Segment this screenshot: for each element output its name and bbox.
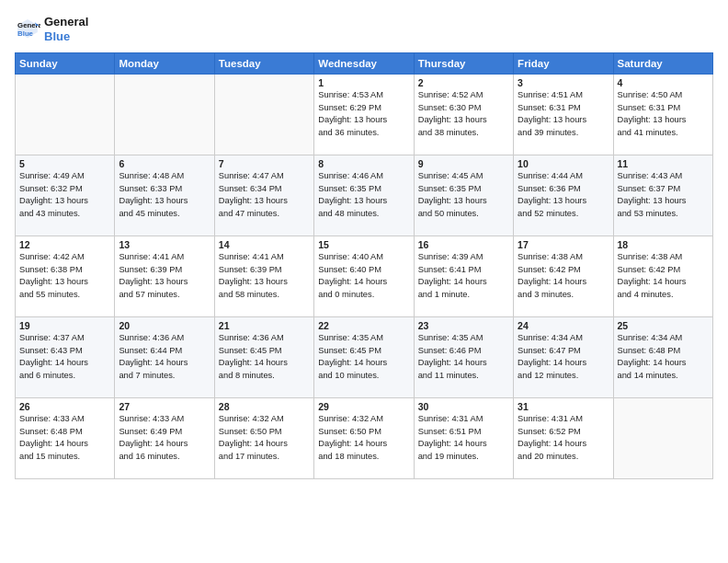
calendar-cell: 21Sunrise: 4:36 AM Sunset: 6:45 PM Dayli…: [214, 317, 313, 398]
calendar-cell: 4Sunrise: 4:50 AM Sunset: 6:31 PM Daylig…: [613, 75, 712, 155]
day-info: Sunrise: 4:34 AM Sunset: 6:47 PM Dayligh…: [518, 332, 609, 382]
calendar-cell: 20Sunrise: 4:36 AM Sunset: 6:44 PM Dayli…: [115, 317, 214, 398]
calendar-cell: 31Sunrise: 4:31 AM Sunset: 6:52 PM Dayli…: [514, 398, 613, 479]
calendar-day-header: Friday: [514, 53, 613, 75]
day-number: 16: [418, 239, 509, 250]
day-info: Sunrise: 4:47 AM Sunset: 6:34 PM Dayligh…: [219, 170, 310, 220]
calendar-cell: 23Sunrise: 4:35 AM Sunset: 6:46 PM Dayli…: [414, 317, 513, 398]
day-number: 9: [418, 158, 509, 169]
calendar-week-row: 19Sunrise: 4:37 AM Sunset: 6:43 PM Dayli…: [16, 317, 713, 398]
day-number: 31: [518, 401, 609, 412]
day-info: Sunrise: 4:38 AM Sunset: 6:42 PM Dayligh…: [518, 251, 609, 301]
day-info: Sunrise: 4:32 AM Sunset: 6:50 PM Dayligh…: [219, 413, 310, 463]
calendar-cell: 7Sunrise: 4:47 AM Sunset: 6:34 PM Daylig…: [214, 155, 313, 236]
day-number: 6: [119, 158, 210, 169]
logo-text: GeneralBlue: [44, 15, 88, 43]
day-info: Sunrise: 4:42 AM Sunset: 6:38 PM Dayligh…: [19, 251, 110, 301]
day-info: Sunrise: 4:31 AM Sunset: 6:52 PM Dayligh…: [518, 413, 609, 463]
day-info: Sunrise: 4:49 AM Sunset: 6:32 PM Dayligh…: [19, 170, 110, 220]
day-info: Sunrise: 4:52 AM Sunset: 6:30 PM Dayligh…: [418, 89, 509, 139]
day-info: Sunrise: 4:46 AM Sunset: 6:35 PM Dayligh…: [318, 170, 409, 220]
day-info: Sunrise: 4:35 AM Sunset: 6:46 PM Dayligh…: [418, 332, 509, 382]
calendar-cell: 1Sunrise: 4:53 AM Sunset: 6:29 PM Daylig…: [314, 75, 414, 155]
page: General Blue GeneralBlue SundayMondayTue…: [0, 0, 728, 563]
day-number: 20: [119, 320, 210, 331]
calendar-cell: 12Sunrise: 4:42 AM Sunset: 6:38 PM Dayli…: [16, 236, 115, 317]
calendar-cell: [214, 75, 313, 155]
day-number: 8: [318, 158, 409, 169]
day-number: 19: [19, 320, 110, 331]
day-number: 11: [618, 158, 709, 169]
calendar-week-row: 12Sunrise: 4:42 AM Sunset: 6:38 PM Dayli…: [16, 236, 713, 317]
day-info: Sunrise: 4:51 AM Sunset: 6:31 PM Dayligh…: [518, 89, 609, 139]
day-info: Sunrise: 4:41 AM Sunset: 6:39 PM Dayligh…: [119, 251, 210, 301]
day-info: Sunrise: 4:40 AM Sunset: 6:40 PM Dayligh…: [318, 251, 409, 301]
calendar: SundayMondayTuesdayWednesdayThursdayFrid…: [15, 52, 713, 479]
calendar-cell: 26Sunrise: 4:33 AM Sunset: 6:48 PM Dayli…: [16, 398, 115, 479]
day-number: 26: [19, 401, 110, 412]
day-info: Sunrise: 4:41 AM Sunset: 6:39 PM Dayligh…: [219, 251, 310, 301]
day-info: Sunrise: 4:33 AM Sunset: 6:49 PM Dayligh…: [119, 413, 210, 463]
day-number: 23: [418, 320, 509, 331]
calendar-cell: 18Sunrise: 4:38 AM Sunset: 6:42 PM Dayli…: [613, 236, 712, 317]
calendar-cell: 3Sunrise: 4:51 AM Sunset: 6:31 PM Daylig…: [514, 75, 613, 155]
svg-text:Blue: Blue: [17, 29, 34, 38]
calendar-cell: 2Sunrise: 4:52 AM Sunset: 6:30 PM Daylig…: [414, 75, 513, 155]
day-info: Sunrise: 4:34 AM Sunset: 6:48 PM Dayligh…: [618, 332, 709, 382]
calendar-week-row: 5Sunrise: 4:49 AM Sunset: 6:32 PM Daylig…: [16, 155, 713, 236]
calendar-cell: 17Sunrise: 4:38 AM Sunset: 6:42 PM Dayli…: [514, 236, 613, 317]
day-info: Sunrise: 4:35 AM Sunset: 6:45 PM Dayligh…: [318, 332, 409, 382]
day-info: Sunrise: 4:32 AM Sunset: 6:50 PM Dayligh…: [318, 413, 409, 463]
calendar-cell: 22Sunrise: 4:35 AM Sunset: 6:45 PM Dayli…: [314, 317, 414, 398]
calendar-cell: 8Sunrise: 4:46 AM Sunset: 6:35 PM Daylig…: [314, 155, 414, 236]
day-number: 3: [518, 77, 609, 88]
calendar-cell: [16, 75, 115, 155]
day-number: 18: [618, 239, 709, 250]
calendar-week-row: 1Sunrise: 4:53 AM Sunset: 6:29 PM Daylig…: [16, 75, 713, 155]
day-number: 7: [219, 158, 310, 169]
calendar-day-header: Sunday: [16, 53, 115, 75]
day-number: 13: [119, 239, 210, 250]
calendar-cell: 11Sunrise: 4:43 AM Sunset: 6:37 PM Dayli…: [613, 155, 712, 236]
calendar-day-header: Thursday: [414, 53, 513, 75]
logo-icon: General Blue: [15, 17, 40, 42]
day-number: 5: [19, 158, 110, 169]
calendar-day-header: Wednesday: [314, 53, 414, 75]
calendar-week-row: 26Sunrise: 4:33 AM Sunset: 6:48 PM Dayli…: [16, 398, 713, 479]
day-number: 25: [618, 320, 709, 331]
calendar-cell: 30Sunrise: 4:31 AM Sunset: 6:51 PM Dayli…: [414, 398, 513, 479]
day-number: 29: [318, 401, 409, 412]
calendar-day-header: Tuesday: [214, 53, 313, 75]
day-number: 17: [518, 239, 609, 250]
calendar-day-header: Monday: [115, 53, 214, 75]
day-number: 21: [219, 320, 310, 331]
calendar-header-row: SundayMondayTuesdayWednesdayThursdayFrid…: [16, 53, 713, 75]
day-number: 4: [618, 77, 709, 88]
calendar-cell: 10Sunrise: 4:44 AM Sunset: 6:36 PM Dayli…: [514, 155, 613, 236]
day-info: Sunrise: 4:31 AM Sunset: 6:51 PM Dayligh…: [418, 413, 509, 463]
calendar-day-header: Saturday: [613, 53, 712, 75]
day-number: 2: [418, 77, 509, 88]
calendar-cell: 5Sunrise: 4:49 AM Sunset: 6:32 PM Daylig…: [16, 155, 115, 236]
day-info: Sunrise: 4:53 AM Sunset: 6:29 PM Dayligh…: [318, 89, 409, 139]
day-info: Sunrise: 4:44 AM Sunset: 6:36 PM Dayligh…: [518, 170, 609, 220]
calendar-cell: 25Sunrise: 4:34 AM Sunset: 6:48 PM Dayli…: [613, 317, 712, 398]
day-number: 22: [318, 320, 409, 331]
calendar-cell: 27Sunrise: 4:33 AM Sunset: 6:49 PM Dayli…: [115, 398, 214, 479]
day-info: Sunrise: 4:37 AM Sunset: 6:43 PM Dayligh…: [19, 332, 110, 382]
day-info: Sunrise: 4:36 AM Sunset: 6:44 PM Dayligh…: [119, 332, 210, 382]
day-number: 14: [219, 239, 310, 250]
day-info: Sunrise: 4:43 AM Sunset: 6:37 PM Dayligh…: [618, 170, 709, 220]
day-number: 15: [318, 239, 409, 250]
day-info: Sunrise: 4:50 AM Sunset: 6:31 PM Dayligh…: [618, 89, 709, 139]
calendar-cell: 15Sunrise: 4:40 AM Sunset: 6:40 PM Dayli…: [314, 236, 414, 317]
calendar-cell: 28Sunrise: 4:32 AM Sunset: 6:50 PM Dayli…: [214, 398, 313, 479]
calendar-cell: 29Sunrise: 4:32 AM Sunset: 6:50 PM Dayli…: [314, 398, 414, 479]
day-info: Sunrise: 4:39 AM Sunset: 6:41 PM Dayligh…: [418, 251, 509, 301]
calendar-cell: [115, 75, 214, 155]
day-info: Sunrise: 4:38 AM Sunset: 6:42 PM Dayligh…: [618, 251, 709, 301]
logo: General Blue GeneralBlue: [15, 15, 88, 43]
calendar-cell: 24Sunrise: 4:34 AM Sunset: 6:47 PM Dayli…: [514, 317, 613, 398]
day-info: Sunrise: 4:36 AM Sunset: 6:45 PM Dayligh…: [219, 332, 310, 382]
calendar-cell: 19Sunrise: 4:37 AM Sunset: 6:43 PM Dayli…: [16, 317, 115, 398]
